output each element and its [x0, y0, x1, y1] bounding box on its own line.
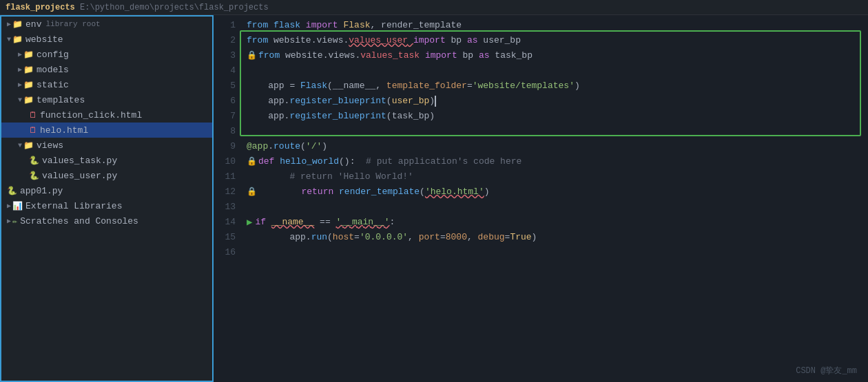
tree-label: website — [25, 34, 63, 45]
folder-icon: 📁 — [12, 34, 23, 45]
line-num-13: 13 — [214, 200, 241, 215]
code-line-16 — [247, 245, 868, 260]
code-line-1: from flask import Flask, render_template — [247, 18, 868, 33]
py-file-icon: 🐍 — [7, 186, 17, 196]
code-line-3: 🔒from website.views.values_task import b… — [247, 48, 868, 63]
line-num-1: 1 — [214, 18, 241, 33]
tree-item-models[interactable]: ▶ 📁 models — [1, 62, 212, 77]
library-root-badge: library root — [45, 20, 100, 28]
tree-label: Scratches and Consoles — [20, 216, 138, 226]
chevron-icon: ▶ — [18, 50, 22, 59]
py-file-icon: 🐍 — [29, 171, 39, 181]
line-num-6: 6 — [214, 94, 241, 109]
html-file-icon: 🗒 — [29, 125, 37, 136]
chevron-icon: ▼ — [18, 142, 22, 149]
main-layout: ▶ 📁 env library root ▼ 📁 website ▶ 📁 con… — [0, 15, 868, 382]
code-editor[interactable]: 1 2 3 4 5 6 7 8 9 10 11 12 13 14 15 16 — [214, 15, 868, 382]
code-line-2: from website.views.values_user import bp… — [247, 33, 868, 48]
watermark: CSDN @挚友_mm — [796, 365, 857, 376]
tree-item-templates[interactable]: ▼ 📁 templates — [1, 92, 212, 107]
library-icon: 📊 — [12, 201, 23, 211]
scratch-icon: ✏ — [12, 216, 17, 226]
tree-item-scratches[interactable]: ▶ ✏ Scratches and Consoles — [1, 213, 212, 229]
line-num-2: 2 — [214, 33, 241, 48]
tree-label: views — [37, 140, 63, 151]
line-num-7: 7 — [214, 109, 241, 124]
line-num-4: 4 — [214, 63, 241, 78]
line-num-5: 5 — [214, 78, 241, 94]
title-bar: flask_projects E:\python_demo\projects\f… — [0, 0, 868, 15]
line-num-3: 3 — [214, 48, 241, 63]
tree-item-app01[interactable]: 🐍 app01.py — [1, 183, 212, 198]
line-num-11: 11 — [214, 169, 241, 184]
tree-item-website[interactable]: ▼ 📁 website — [1, 32, 212, 47]
tree-label: models — [37, 65, 69, 75]
folder-icon: 📁 — [23, 50, 34, 60]
tree-item-values-user[interactable]: 🐍 values_user.py — [1, 168, 212, 183]
code-lines: from flask import Flask, render_template… — [241, 15, 868, 382]
tree-item-values-task[interactable]: 🐍 values_task.py — [1, 153, 212, 168]
code-container: 1 2 3 4 5 6 7 8 9 10 11 12 13 14 15 16 — [214, 15, 868, 382]
tree-item-config[interactable]: ▶ 📁 config — [1, 47, 212, 62]
tree-item-function-click[interactable]: 🗒 function_click.html — [1, 107, 212, 123]
py-file-icon: 🐍 — [29, 156, 39, 166]
folder-icon: 📁 — [12, 19, 23, 30]
folder-icon: 📁 — [23, 95, 34, 105]
line-num-16: 16 — [214, 245, 241, 260]
code-line-9: @app.route('/') — [247, 139, 868, 154]
tree-label: app01.py — [20, 186, 63, 196]
line-num-10: 10 — [214, 154, 241, 169]
code-line-15: app.run(host='0.0.0.0', port=8000, debug… — [247, 230, 868, 245]
folder-icon: 📁 — [23, 65, 34, 75]
code-line-11: # return 'Hello World!' — [247, 169, 868, 184]
chevron-icon: ▶ — [7, 217, 11, 225]
folder-icon: 📁 — [23, 140, 34, 151]
line-num-8: 8 — [214, 124, 241, 139]
tree-label: External Libraries — [25, 201, 122, 211]
code-line-5: app = Flask(__name__, template_folder='w… — [247, 78, 868, 94]
project-path: E:\python_demo\projects\flask_projects — [80, 3, 269, 12]
project-name: flask_projects — [6, 3, 75, 12]
code-line-8 — [247, 124, 868, 139]
code-line-14: ▶ if __name__ == '__main__': — [247, 215, 868, 230]
line-num-12: 12 — [214, 184, 241, 200]
chevron-icon: ▶ — [18, 81, 22, 89]
tree-label: values_user.py — [42, 171, 117, 181]
title-bar-text: flask_projects E:\python_demo\projects\f… — [6, 3, 269, 12]
tree-label: static — [37, 80, 69, 90]
tree-item-external[interactable]: ▶ 📊 External Libraries — [1, 198, 212, 213]
chevron-icon: ▶ — [18, 65, 22, 74]
chevron-icon: ▼ — [18, 96, 22, 104]
code-line-6: app.register_blueprint(user_bp) — [247, 94, 868, 109]
code-line-4 — [247, 63, 868, 78]
tree-item-static[interactable]: ▶ 📁 static — [1, 77, 212, 92]
chevron-icon: ▼ — [7, 36, 11, 43]
line-num-14: 14 — [214, 215, 241, 230]
tree-label: function_click.html — [40, 110, 142, 120]
run-arrow-icon: ▶ — [247, 215, 252, 230]
tree-label: helo.html — [40, 125, 88, 136]
file-tree-sidebar[interactable]: ▶ 📁 env library root ▼ 📁 website ▶ 📁 con… — [0, 15, 214, 382]
tree-item-views[interactable]: ▼ 📁 views — [1, 138, 212, 153]
tree-label: values_task.py — [42, 156, 117, 166]
code-line-13 — [247, 200, 868, 215]
tree-label: config — [37, 50, 69, 60]
tree-label: env — [25, 19, 41, 30]
code-line-7: app.register_blueprint(task_bp) — [247, 109, 868, 124]
code-line-12: 🔒 return render_template('helo.html') — [247, 184, 868, 200]
folder-icon: 📁 — [23, 80, 34, 90]
tree-item-env[interactable]: ▶ 📁 env library root — [1, 17, 212, 32]
line-num-9: 9 — [214, 139, 241, 154]
chevron-icon: ▶ — [7, 202, 11, 210]
tree-label: templates — [37, 95, 85, 105]
chevron-icon: ▶ — [7, 20, 11, 28]
line-num-15: 15 — [214, 230, 241, 245]
html-file-icon: 🗒 — [29, 110, 37, 120]
code-line-10: 🔒def hello_world(): # put application's … — [247, 154, 868, 169]
tree-item-helo[interactable]: 🗒 helo.html — [1, 123, 212, 138]
line-numbers: 1 2 3 4 5 6 7 8 9 10 11 12 13 14 15 16 — [214, 15, 241, 382]
